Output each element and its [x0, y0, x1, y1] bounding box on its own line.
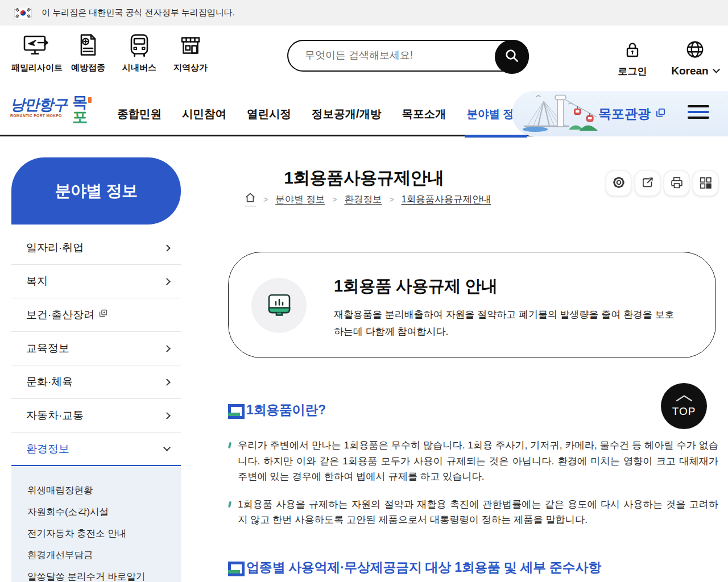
logo-script-text: 낭만항구	[10, 96, 67, 113]
lock-icon	[623, 41, 642, 61]
breadcrumb-current-page[interactable]: 1회용품사용규제안내	[402, 193, 491, 206]
monitor-chart-icon	[264, 289, 295, 322]
family-site-icon	[23, 33, 51, 59]
section-bullet-icon	[228, 561, 241, 574]
paragraph: 1회용품 사용을 규제하는 자원의 절약과 재활용 촉진에 관한법률에는 같은 …	[228, 497, 718, 528]
tour-link[interactable]: 목포관광	[598, 105, 666, 123]
login-label: 로그인	[618, 65, 647, 78]
intro-card: 1회용품 사용규제 안내 재활용품을 분리배출하여 자원을 절약하고 폐기물의 …	[228, 252, 716, 358]
search-button[interactable]	[495, 40, 529, 74]
main-navbar: 낭만항구 ROMANTIC PORT MOKPO 목 포 종합민원 시민참여 열…	[0, 91, 728, 136]
quick-link-family-site[interactable]: 패밀리사이트	[11, 33, 63, 73]
submenu-item-recycling-guide[interactable]: 알쏭달쏭 분리수거 바로알기	[11, 566, 181, 582]
logo-subtitle: ROMANTIC PORT MOKPO	[10, 114, 67, 118]
korea-flag-icon	[14, 7, 32, 19]
submenu-item-ev-charging[interactable]: 전기자동차 충전소 안내	[11, 523, 181, 544]
section-heading-what-is-disposable: 1회용품이란?	[228, 401, 326, 419]
share-icon	[640, 175, 655, 192]
tour-banner: 목포관광	[512, 91, 728, 136]
page-title: 1회용품사용규제안내	[228, 167, 500, 190]
breadcrumb-separator: >	[389, 195, 394, 204]
sidebar-item-health[interactable]: 보건·출산장려	[11, 298, 181, 332]
intro-icon-circle	[251, 278, 307, 333]
breadcrumb-environment[interactable]: 환경정보	[344, 193, 382, 206]
quick-link-local-shops[interactable]: 지역상가	[165, 33, 216, 73]
content-area: 분야별 정보 일자리·취업 복지 보건·출산장려	[0, 138, 728, 582]
quick-link-label: 예방접종	[71, 63, 105, 73]
site-logo[interactable]: 낭만항구 ROMANTIC PORT MOKPO 목 포	[10, 96, 88, 124]
sidebar-item-car-traffic[interactable]: 자동차·교통	[11, 399, 181, 433]
printer-icon	[669, 175, 684, 192]
search-box	[287, 40, 529, 72]
quick-link-label: 지역상가	[173, 63, 208, 73]
print-button[interactable]	[664, 171, 689, 196]
nav-item-about-mokpo[interactable]: 목포소개	[402, 91, 446, 136]
logo-mokpo-mark: 목 포	[72, 95, 88, 124]
chevron-right-icon	[163, 412, 171, 419]
external-window-icon	[655, 106, 666, 122]
language-label: Korean	[671, 65, 708, 77]
globe-icon	[685, 40, 705, 61]
qr-code-icon	[698, 176, 713, 192]
bridge-cablecar-illustration	[521, 92, 599, 136]
sidebar-item-education[interactable]: 교육정보	[11, 332, 181, 365]
settings-button[interactable]	[606, 171, 631, 196]
vaccination-document-icon	[76, 33, 101, 59]
page-action-buttons	[606, 171, 718, 196]
site-header: 패밀리사이트 예방접종	[0, 26, 728, 91]
sidebar-item-jobs[interactable]: 일자리·취업	[11, 231, 181, 265]
scroll-top-button[interactable]: TOP	[661, 383, 707, 429]
nav-item-information-disclosure[interactable]: 정보공개/개방	[312, 91, 381, 136]
breadcrumb-sector-info[interactable]: 분야별 정보	[275, 193, 325, 206]
external-window-icon	[98, 309, 108, 321]
breadcrumb: > 분야별 정보 > 환경정보 > 1회용품사용규제안내	[245, 192, 491, 206]
section-heading-industry-rules: 업종별 사용억제·무상제공금지 대상 1회용품 및 세부 준수사항	[228, 559, 601, 576]
login-button[interactable]: 로그인	[615, 41, 650, 78]
search-icon	[503, 47, 520, 66]
qr-code-button[interactable]	[693, 171, 718, 196]
intro-card-description: 재활용품을 분리배출하여 자원을 절약하고 폐기물의 발생량을 줄여 환경을 보…	[334, 306, 684, 340]
chevron-right-icon	[163, 379, 171, 386]
sidebar-submenu-environment: 위생매립장현황 자원회수(소각)시설 전기자동차 충전소 안내 환경개선부담금 …	[11, 466, 181, 582]
sidebar-item-environment[interactable]: 환경정보	[11, 433, 181, 466]
section-bullet-icon	[228, 404, 241, 417]
sidebar-menu: 일자리·취업 복지 보건·출산장려	[11, 231, 181, 466]
chevron-down-icon	[713, 66, 720, 73]
section-paragraphs: 우리가 주변에서 만나는 1회용품은 무수히 많습니다. 1회용 주사기, 기저…	[228, 438, 718, 540]
bus-icon	[127, 33, 152, 59]
breadcrumb-separator: >	[263, 195, 268, 204]
paragraph: 우리가 주변에서 만나는 1회용품은 무수히 많습니다. 1회용 주사기, 기저…	[228, 438, 718, 485]
submenu-item-incineration[interactable]: 자원회수(소각)시설	[11, 501, 181, 523]
quick-link-city-bus[interactable]: 시내버스	[114, 33, 165, 73]
intro-card-title: 1회용품 사용규제 안내	[334, 275, 497, 298]
search-input[interactable]	[304, 42, 474, 69]
share-button[interactable]	[635, 171, 660, 196]
quick-links: 패밀리사이트 예방접종	[11, 33, 216, 73]
gear-icon	[611, 175, 626, 192]
breadcrumb-home-link[interactable]	[245, 192, 256, 206]
chevron-right-icon	[163, 345, 171, 352]
chevron-right-icon	[163, 278, 171, 285]
chevron-right-icon	[163, 244, 171, 252]
hamburger-menu-button[interactable]	[688, 105, 709, 119]
home-icon	[245, 192, 256, 205]
breadcrumb-separator: >	[332, 195, 337, 204]
global-nav-menu: 종합민원 시민참여 열린시정 정보공개/개방 목포소개 분야별 정보	[117, 91, 525, 136]
chevron-down-icon	[163, 444, 171, 451]
nav-item-civil-service[interactable]: 종합민원	[117, 91, 162, 136]
sidebar: 분야별 정보 일자리·취업 복지 보건·출산장려	[11, 157, 181, 582]
quick-link-vaccination[interactable]: 예방접종	[63, 33, 114, 73]
gov-notice-bar: 이 누리집은 대한민국 공식 전자정부 누리집입니다.	[0, 0, 728, 26]
submenu-item-environment-charge[interactable]: 환경개선부담금	[11, 544, 181, 566]
submenu-item-landfill[interactable]: 위생매립장현황	[11, 480, 181, 501]
sidebar-item-welfare[interactable]: 복지	[11, 265, 181, 298]
nav-item-open-administration[interactable]: 열린시정	[247, 91, 291, 136]
quick-link-label: 패밀리사이트	[11, 63, 63, 73]
language-selector[interactable]: Korean	[668, 40, 722, 77]
nav-item-citizen-participation[interactable]: 시민참여	[182, 91, 226, 136]
gov-notice-text: 이 누리집은 대한민국 공식 전자정부 누리집입니다.	[42, 7, 235, 18]
sidebar-title: 분야별 정보	[11, 157, 181, 225]
store-icon	[178, 33, 203, 59]
quick-link-label: 시내버스	[122, 63, 156, 73]
sidebar-item-culture-sports[interactable]: 문화·체육	[11, 365, 181, 399]
